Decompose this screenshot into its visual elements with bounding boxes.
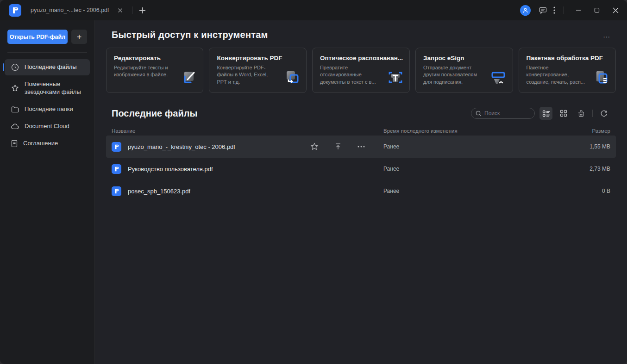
recent-toolbar bbox=[471, 107, 610, 120]
card-description: Конвертируйте PDF-файлы в Word, Excel, P… bbox=[217, 64, 276, 86]
clock-icon bbox=[11, 63, 19, 71]
document-tab[interactable]: pyuzo_mario_-...tec - 2006.pdf bbox=[28, 0, 127, 20]
ocr-icon bbox=[387, 69, 404, 88]
sidebar-item-recent-files[interactable]: Последние файлы bbox=[5, 59, 90, 75]
batch-icon bbox=[593, 69, 610, 88]
sidebar-divider bbox=[7, 52, 87, 53]
app-window: pyuzo_mario_-...tec - 2006.pdf bbox=[0, 0, 627, 364]
card-description: Пакетное конвертирование, создание, печа… bbox=[527, 64, 586, 86]
card-convert[interactable]: Конвертировать PDF Конвертируйте PDF-фай… bbox=[209, 48, 306, 93]
card-batch[interactable]: Пакетная обработка PDF Пакетное конверти… bbox=[519, 48, 616, 93]
search-icon bbox=[476, 111, 482, 117]
search-box[interactable] bbox=[471, 108, 535, 119]
convert-icon bbox=[284, 69, 301, 88]
card-title: Оптическое распознаван... bbox=[320, 55, 403, 62]
recent-files-title: Последние файлы bbox=[112, 108, 197, 119]
more-actions-icon[interactable] bbox=[356, 144, 367, 149]
quick-access-more-button[interactable]: ... bbox=[603, 31, 610, 39]
card-title: Редактировать bbox=[114, 55, 196, 62]
file-modified: Ранее bbox=[383, 188, 559, 194]
tab-separator bbox=[132, 6, 132, 14]
file-row[interactable]: pyuzo_mario_-_krestniy_otec - 2006.pdf bbox=[106, 136, 616, 158]
pdf-file-icon bbox=[112, 164, 121, 174]
file-row[interactable]: Руководство пользователя.pdf Ранее 2,73 … bbox=[106, 158, 616, 180]
file-size: 0 B bbox=[559, 188, 610, 194]
sidebar-item-starred-files[interactable]: Помеченные звездочками файлы bbox=[5, 76, 90, 100]
file-name: Руководство пользователя.pdf bbox=[128, 166, 213, 173]
create-pdf-button[interactable]: + bbox=[71, 30, 87, 44]
pdf-file-icon bbox=[112, 186, 121, 196]
sidebar-item-label: Помеченные звездочками файлы bbox=[25, 80, 86, 96]
column-name[interactable]: Название bbox=[112, 128, 383, 134]
new-tab-button[interactable] bbox=[137, 5, 148, 16]
file-modified: Ранее bbox=[383, 143, 559, 150]
refresh-icon[interactable] bbox=[597, 107, 610, 120]
file-size: 2,73 MB bbox=[559, 166, 610, 172]
card-description: Превратите отсканированные документы в т… bbox=[320, 64, 380, 86]
close-window-button[interactable] bbox=[608, 3, 623, 17]
cloud-icon bbox=[11, 123, 19, 130]
pdf-file-icon bbox=[112, 142, 121, 152]
column-modified[interactable]: Время последнего изменения bbox=[383, 128, 559, 134]
minimize-button[interactable] bbox=[571, 3, 586, 17]
maximize-button[interactable] bbox=[589, 3, 605, 17]
file-row[interactable]: posec_spb_150623.pdf Ранее 0 B bbox=[106, 180, 616, 202]
card-description: Отправьте документ другим пользователям … bbox=[423, 64, 483, 86]
column-size[interactable]: Размер bbox=[559, 128, 610, 134]
sidebar-item-document-cloud[interactable]: Document Cloud bbox=[5, 118, 90, 135]
titlebar: pyuzo_mario_-...tec - 2006.pdf bbox=[0, 0, 627, 20]
agreement-icon bbox=[11, 140, 18, 148]
titlebar-right bbox=[520, 3, 627, 17]
pdfelement-logo-icon bbox=[9, 4, 21, 17]
toolbar-divider bbox=[592, 110, 593, 117]
sidebar: Открыть PDF-файл + Последние файлы Помеч… bbox=[0, 20, 95, 364]
edit-icon bbox=[181, 69, 197, 88]
card-ocr[interactable]: Оптическое распознаван... Превратите отс… bbox=[312, 48, 410, 93]
card-title: Пакетная обработка PDF bbox=[527, 55, 609, 62]
file-table-header: Название Время последнего изменения Разм… bbox=[106, 128, 616, 134]
grid-view-button[interactable] bbox=[557, 107, 570, 120]
file-name: pyuzo_mario_-_krestniy_otec - 2006.pdf bbox=[128, 143, 235, 150]
file-name: posec_spb_150623.pdf bbox=[128, 188, 190, 195]
kebab-menu-icon[interactable] bbox=[552, 5, 557, 16]
titlebar-divider bbox=[564, 6, 564, 14]
card-esign[interactable]: Запрос eSign Отправьте документ другим п… bbox=[415, 48, 513, 93]
tab-close-icon[interactable] bbox=[116, 6, 125, 15]
quick-access-cards: Редактировать Редактируйте тексты и изоб… bbox=[106, 48, 616, 93]
sidebar-item-label: Соглашение bbox=[23, 140, 58, 148]
card-title: Запрос eSign bbox=[423, 55, 506, 62]
account-avatar[interactable] bbox=[520, 5, 531, 16]
sidebar-item-label: Последние файлы bbox=[25, 63, 77, 71]
main-content: Быстрый доступ к инструментам ... Редакт… bbox=[95, 20, 627, 364]
star-icon bbox=[11, 84, 19, 92]
file-list: pyuzo_mario_-_krestniy_otec - 2006.pdf bbox=[106, 136, 616, 202]
row-actions bbox=[308, 141, 373, 153]
quick-access-title: Быстрый доступ к инструментам bbox=[112, 30, 268, 40]
card-title: Конвертировать PDF bbox=[217, 55, 299, 62]
clear-list-icon[interactable] bbox=[575, 107, 588, 120]
list-view-button[interactable] bbox=[539, 107, 552, 120]
star-file-icon[interactable] bbox=[308, 141, 320, 153]
esign-icon bbox=[489, 70, 507, 88]
sidebar-item-recent-folders[interactable]: Последние папки bbox=[5, 101, 90, 117]
card-edit[interactable]: Редактировать Редактируйте тексты и изоб… bbox=[106, 48, 203, 93]
sidebar-item-label: Последние папки bbox=[25, 105, 73, 113]
card-description: Редактируйте тексты и изображения в файл… bbox=[114, 64, 173, 79]
folder-icon bbox=[11, 106, 19, 113]
tab-title: pyuzo_mario_-...tec - 2006.pdf bbox=[31, 7, 109, 13]
upload-file-icon[interactable] bbox=[332, 141, 344, 152]
feedback-icon[interactable] bbox=[537, 5, 549, 16]
file-size: 1,55 MB bbox=[559, 143, 610, 150]
sidebar-item-label: Document Cloud bbox=[25, 123, 69, 130]
file-modified: Ранее bbox=[383, 166, 559, 172]
open-pdf-button[interactable]: Открыть PDF-файл bbox=[7, 30, 68, 44]
search-input[interactable] bbox=[484, 110, 530, 117]
sidebar-item-agreement[interactable]: Соглашение bbox=[5, 136, 90, 152]
